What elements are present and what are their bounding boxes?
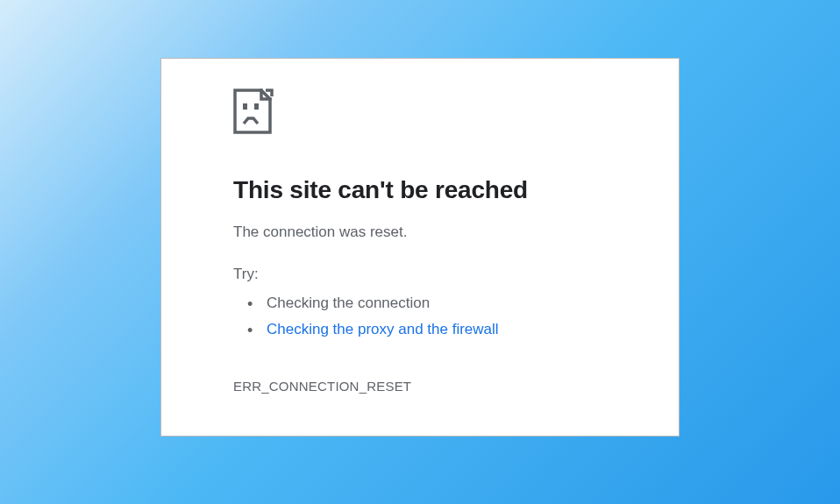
svg-rect-0: [243, 103, 247, 110]
svg-rect-1: [254, 103, 259, 110]
suggestion-check-proxy-link[interactable]: Checking the proxy and the firewall: [267, 321, 499, 337]
suggestion-item: Checking the connection: [267, 290, 607, 317]
sad-file-icon: [233, 89, 607, 139]
try-label: Try:: [233, 266, 607, 283]
suggestion-item: Checking the proxy and the firewall: [267, 316, 607, 344]
error-code: ERR_CONNECTION_RESET: [233, 379, 607, 394]
suggestion-check-connection: Checking the connection: [267, 295, 430, 311]
error-page-container: This site can't be reached The connectio…: [160, 58, 680, 437]
error-title: This site can't be reached: [233, 176, 607, 204]
suggestions-list: Checking the connection Checking the pro…: [233, 290, 607, 344]
error-message: The connection was reset.: [233, 224, 607, 241]
